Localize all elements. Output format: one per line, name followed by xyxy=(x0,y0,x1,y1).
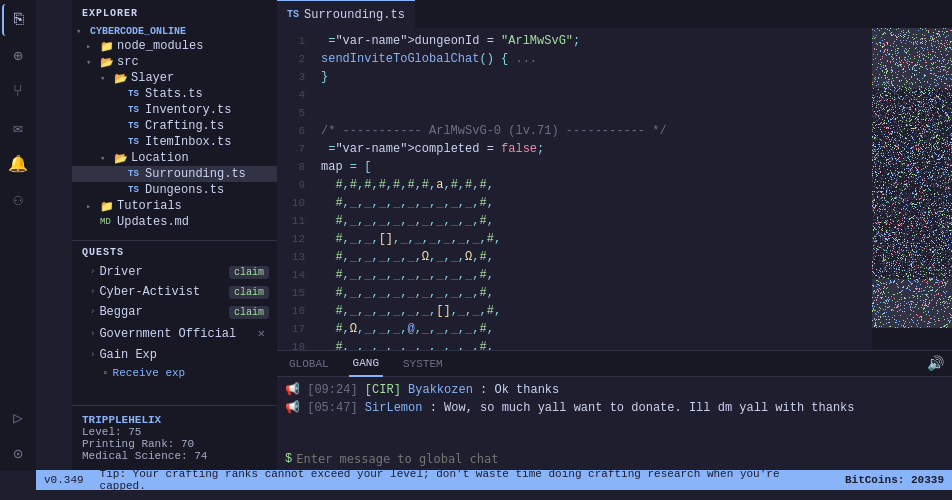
tab-system[interactable]: SYSTEM xyxy=(399,351,447,377)
megaphone-icon-1: 📢 xyxy=(285,383,300,397)
tree-src[interactable]: ▾ 📂 src xyxy=(72,54,277,70)
bell-icon[interactable]: 🔔 xyxy=(2,148,34,180)
code-line-13: #,_,_,_,_,_,Ω,_,_,Ω,#, xyxy=(321,248,864,266)
line-numbers: 12345678910111213141516171819 xyxy=(277,28,313,350)
user-info-panel: TRIPPLEHELIX Level: 75 Printing Rank: 70… xyxy=(72,405,277,470)
quest-gain-exp[interactable]: › Gain Exp xyxy=(72,345,277,365)
tab-label: Surrounding.ts xyxy=(304,8,405,22)
code-line-1: ="var-name">dungeonId = "ArlMwSvG"; xyxy=(321,32,864,50)
gov-close-badge[interactable]: ✕ xyxy=(254,325,269,342)
tree-crafting[interactable]: TS Crafting.ts xyxy=(72,118,277,134)
src-arrow: ▾ xyxy=(86,57,100,68)
code-line-17: #,Ω,_,_,_,@,_,_,_,_,#, xyxy=(321,320,864,338)
quest-driver[interactable]: › Driver claim xyxy=(72,262,277,282)
status-version: v0.349 xyxy=(44,474,84,486)
tree-root[interactable]: ▾ CYBERCODE_ONLINE xyxy=(72,25,277,38)
chat-input[interactable] xyxy=(296,452,944,466)
cyber-claim-badge[interactable]: claim xyxy=(229,286,269,299)
chat-input-row: $ xyxy=(277,450,952,470)
tab-global[interactable]: GLOBAL xyxy=(285,351,333,377)
surr-label: Surrounding.ts xyxy=(145,167,246,181)
msg1-time: [09:24] xyxy=(307,383,357,397)
quest-receive-exp: ◦ Receive exp xyxy=(72,365,277,381)
msg2-text: : Wow, so much yall want to donate. Ill … xyxy=(430,401,855,415)
msg2-user: SirLemon xyxy=(365,401,423,415)
tree-node-modules[interactable]: ▸ 📁 node_modules xyxy=(72,38,277,54)
stats-label: Stats.ts xyxy=(145,87,203,101)
quests-section: QUESTS › Driver claim › Cyber-Activist c… xyxy=(72,240,277,381)
slayer-label: Slayer xyxy=(131,71,174,85)
play-icon[interactable]: ▷ xyxy=(2,402,34,434)
loc-arrow: ▾ xyxy=(100,153,114,164)
src-label: src xyxy=(117,55,139,69)
cyber-arrow: › xyxy=(90,287,95,297)
tree-dungeons[interactable]: TS Dungeons.ts xyxy=(72,182,277,198)
group-icon[interactable]: ⚇ xyxy=(2,184,34,216)
tree-inventory[interactable]: TS Inventory.ts xyxy=(72,102,277,118)
msg1-guild: [CIR] xyxy=(365,383,401,397)
code-editor: 12345678910111213141516171819 ="var-name… xyxy=(277,28,952,350)
sidebar: EXPLORER ▾ CYBERCODE_ONLINE ▸ 📁 node_mod… xyxy=(72,0,277,470)
code-line-7: ="var-name">completed = false; xyxy=(321,140,864,158)
tut-label: Tutorials xyxy=(117,199,182,213)
chat-area: GLOBAL GANG SYSTEM 🔊 📢 [09:24] [CIR] Bya… xyxy=(277,350,952,470)
chat-message-1: 📢 [09:24] [CIR] Byakkozen : Ok thanks xyxy=(285,381,944,399)
user-medical-science: Medical Science: 74 xyxy=(82,450,267,462)
search-icon[interactable]: ⊕ xyxy=(2,40,34,72)
quest-cyber-activist[interactable]: › Cyber-Activist claim xyxy=(72,282,277,302)
msg2-time: [05:47] xyxy=(307,401,357,415)
activity-bar: ⎘ ⊕ ⑂ ✉ 🔔 ⚇ ▷ ⊙ xyxy=(0,0,36,470)
tab-ts-prefix: TS xyxy=(287,9,299,20)
chat-messages: 📢 [09:24] [CIR] Byakkozen : Ok thanks 📢 … xyxy=(277,377,952,450)
folder-icon: 📁 xyxy=(100,40,114,53)
quest-government-official[interactable]: › Government Official ✕ xyxy=(72,322,277,345)
quests-header: QUESTS xyxy=(72,241,277,262)
tree-stats[interactable]: TS Stats.ts xyxy=(72,86,277,102)
slayer-arrow: ▾ xyxy=(100,73,114,84)
upd-label: Updates.md xyxy=(117,215,189,229)
files-icon[interactable]: ⎘ xyxy=(2,4,34,36)
tut-arrow: ▸ xyxy=(86,201,100,212)
inbox-label: ItemInbox.ts xyxy=(145,135,231,149)
mail-icon[interactable]: ✉ xyxy=(2,112,34,144)
code-line-6: /* ----------- ArlMwSvG-0 (lv.71) ------… xyxy=(321,122,864,140)
tab-bar: TS Surrounding.ts xyxy=(277,0,952,28)
code-line-11: #,_,_,_,_,_,_,_,_,_,#, xyxy=(321,212,864,230)
nm-label: node_modules xyxy=(117,39,203,53)
code-line-2: sendInviteToGlobalChat() { ... xyxy=(321,50,864,68)
tree-surrounding[interactable]: TS Surrounding.ts xyxy=(72,166,277,182)
code-content[interactable]: ="var-name">dungeonId = "ArlMwSvG";sendI… xyxy=(313,28,872,350)
chat-prompt: $ xyxy=(285,452,292,466)
beggar-claim-badge[interactable]: claim xyxy=(229,306,269,319)
code-line-8: map = [ xyxy=(321,158,864,176)
user-name: TRIPPLEHELIX xyxy=(82,414,267,426)
code-line-16: #,_,_,_,_,_,_,[],_,_,#, xyxy=(321,302,864,320)
code-line-10: #,_,_,_,_,_,_,_,_,_,#, xyxy=(321,194,864,212)
git-icon[interactable]: ⑂ xyxy=(2,76,34,108)
beggar-label: Beggar xyxy=(99,305,142,319)
ts-icon-crafting: TS xyxy=(128,121,142,131)
code-line-12: #,_,_,[],_,_,_,_,_,_,#, xyxy=(321,230,864,248)
status-bitcoins: BitCoins: 20339 xyxy=(845,474,944,486)
code-line-4 xyxy=(321,86,864,104)
quest-beggar[interactable]: › Beggar claim xyxy=(72,302,277,322)
ts-icon-surrounding: TS xyxy=(128,169,142,179)
root-arrow: ▾ xyxy=(76,26,90,37)
volume-icon[interactable]: 🔊 xyxy=(927,355,944,372)
gov-arrow: › xyxy=(90,329,95,339)
ts-icon-stats: TS xyxy=(128,89,142,99)
tab-gang[interactable]: GANG xyxy=(349,351,383,377)
chat-message-2: 📢 [05:47] SirLemon : Wow, so much yall w… xyxy=(285,399,944,417)
person-icon[interactable]: ⊙ xyxy=(2,438,34,470)
tree-location[interactable]: ▾ 📂 Location xyxy=(72,150,277,166)
tree-slayer[interactable]: ▾ 📂 Slayer xyxy=(72,70,277,86)
craft-label: Crafting.ts xyxy=(145,119,224,133)
tree-iteminbox[interactable]: TS ItemInbox.ts xyxy=(72,134,277,150)
driver-label: Driver xyxy=(99,265,142,279)
driver-arrow: › xyxy=(90,267,95,277)
code-line-3: } xyxy=(321,68,864,86)
tab-surrounding[interactable]: TS Surrounding.ts xyxy=(277,0,415,28)
driver-claim-badge[interactable]: claim xyxy=(229,266,269,279)
tree-tutorials[interactable]: ▸ 📁 Tutorials xyxy=(72,198,277,214)
tree-updates[interactable]: MD Updates.md xyxy=(72,214,277,230)
